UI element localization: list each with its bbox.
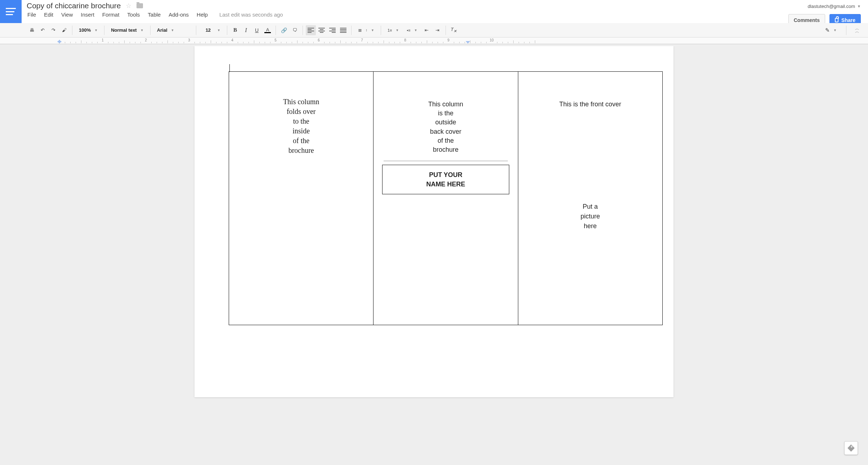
align-center-button[interactable] bbox=[317, 25, 327, 35]
last-edit-status[interactable]: Last edit was seconds ago bbox=[216, 12, 283, 18]
ruler-number: 4 bbox=[231, 38, 233, 43]
bulleted-list-dropdown[interactable]: •≡▼ bbox=[403, 25, 421, 35]
redo-icon: ↷ bbox=[52, 27, 55, 33]
text-color-icon: A bbox=[264, 27, 271, 33]
ruler-number: 3 bbox=[188, 38, 190, 43]
collapse-toolbar-button[interactable]: ︿︿ bbox=[852, 25, 862, 35]
separator bbox=[381, 26, 381, 35]
paint-roller-icon: 🖌 bbox=[62, 27, 67, 33]
separator bbox=[72, 26, 72, 35]
insert-comment-button[interactable]: 🗨 bbox=[290, 25, 300, 35]
brochure-column-2[interactable]: This columnis theoutsideback coverof the… bbox=[373, 72, 518, 325]
horizontal-ruler[interactable]: 12345678910 bbox=[0, 37, 868, 44]
comment-icon: 🗨 bbox=[292, 27, 297, 33]
explore-icon bbox=[847, 444, 855, 452]
zoom-dropdown[interactable]: 100% ▼ bbox=[75, 25, 101, 35]
italic-button[interactable]: I bbox=[241, 25, 251, 35]
indent-icon: ⇥ bbox=[435, 27, 439, 33]
insert-link-button[interactable]: 🔗 bbox=[279, 25, 289, 35]
document-scroll-area[interactable]: This columnfolds overto theinsideof theb… bbox=[0, 46, 868, 465]
link-icon: 🔗 bbox=[281, 27, 287, 33]
brochure-table[interactable]: This columnfolds overto theinsideof theb… bbox=[229, 71, 663, 325]
text-cursor bbox=[229, 64, 230, 72]
numbered-list-dropdown[interactable]: 1≡▼ bbox=[384, 25, 402, 35]
ruler-number: 2 bbox=[145, 38, 147, 43]
menu-tools[interactable]: Tools bbox=[127, 12, 140, 18]
share-label: Share bbox=[841, 17, 855, 23]
zoom-value: 100% bbox=[79, 27, 91, 33]
align-justify-icon bbox=[340, 28, 346, 33]
comments-label: Comments bbox=[794, 17, 820, 23]
paragraph-style-value: Normal text bbox=[111, 27, 137, 33]
menu-format[interactable]: Format bbox=[102, 12, 120, 18]
text-color-button[interactable]: A bbox=[263, 25, 273, 35]
app-header: Copy of chiccarine brochure ☆ File Edit … bbox=[0, 0, 868, 44]
column-2-divider bbox=[384, 161, 507, 161]
account-menu[interactable]: dlastutech@gmail.com ▼ bbox=[807, 3, 861, 9]
star-icon[interactable]: ☆ bbox=[126, 2, 131, 10]
ruler-number: 5 bbox=[274, 38, 277, 43]
separator bbox=[303, 26, 303, 35]
align-left-button[interactable] bbox=[306, 25, 316, 35]
font-size-dropdown[interactable]: 12 ▼ bbox=[199, 25, 224, 35]
align-justify-button[interactable] bbox=[338, 25, 348, 35]
menu-file[interactable]: File bbox=[27, 12, 36, 18]
document-title[interactable]: Copy of chiccarine brochure bbox=[27, 1, 121, 10]
align-right-button[interactable] bbox=[327, 25, 337, 35]
underline-button[interactable]: U bbox=[252, 25, 262, 35]
brochure-column-1[interactable]: This columnfolds overto theinsideof theb… bbox=[229, 72, 373, 325]
font-family-value: Arial bbox=[157, 27, 167, 33]
menu-view[interactable]: View bbox=[61, 12, 73, 18]
menu-insert[interactable]: Insert bbox=[81, 12, 94, 18]
line-spacing-icon: ≣ bbox=[358, 27, 362, 33]
column-3-picture-placeholder[interactable]: Put apicturehere bbox=[525, 108, 655, 231]
separator bbox=[446, 26, 446, 35]
page[interactable]: This columnfolds overto theinsideof theb… bbox=[194, 46, 674, 397]
bold-button[interactable]: B bbox=[230, 25, 240, 35]
align-right-icon bbox=[329, 28, 336, 33]
menu-help[interactable]: Help bbox=[197, 12, 208, 18]
caret-down-icon: ▼ bbox=[414, 28, 417, 32]
explore-button[interactable] bbox=[844, 441, 858, 455]
caret-down-icon: ▼ bbox=[140, 28, 144, 32]
font-size-value: 12 bbox=[203, 27, 214, 33]
separator bbox=[104, 26, 104, 35]
user-email-label: dlastutech@gmail.com bbox=[807, 4, 855, 9]
redo-button[interactable]: ↷ bbox=[48, 25, 58, 35]
outdent-icon: ⇤ bbox=[425, 27, 429, 33]
separator bbox=[351, 26, 352, 35]
font-family-dropdown[interactable]: Arial ▼ bbox=[153, 25, 193, 35]
chevron-up-icon: ︿︿ bbox=[855, 27, 859, 32]
column-2-text[interactable]: This columnis theoutsideback coverof the… bbox=[381, 97, 510, 154]
ruler-number: 9 bbox=[447, 38, 449, 43]
pencil-icon: ✎ bbox=[825, 27, 830, 34]
column-3-title[interactable]: This is the front cover bbox=[525, 97, 655, 108]
print-button[interactable]: 🖶 bbox=[27, 25, 37, 35]
menu-edit[interactable]: Edit bbox=[44, 12, 53, 18]
move-to-folder-icon[interactable] bbox=[137, 3, 143, 8]
line-spacing-dropdown[interactable]: ≣↕▼ bbox=[354, 25, 378, 35]
menu-table[interactable]: Table bbox=[148, 12, 161, 18]
increase-indent-button[interactable]: ⇥ bbox=[433, 25, 443, 35]
italic-icon: I bbox=[245, 27, 247, 34]
clear-format-icon: T✕ bbox=[451, 27, 457, 34]
name-box[interactable]: PUT YOURNAME HERE bbox=[382, 165, 509, 194]
paint-format-button[interactable]: 🖌 bbox=[59, 25, 69, 35]
column-1-text[interactable]: This columnfolds overto theinsideof theb… bbox=[236, 97, 366, 155]
ruler-number: 8 bbox=[404, 38, 406, 43]
bold-icon: B bbox=[233, 27, 237, 33]
menu-addons[interactable]: Add-ons bbox=[169, 12, 189, 18]
undo-button[interactable]: ↶ bbox=[37, 25, 48, 35]
caret-down-icon: ▼ bbox=[171, 28, 174, 32]
caret-down-icon: ▼ bbox=[833, 28, 837, 32]
caret-down-icon: ▼ bbox=[857, 4, 861, 8]
caret-down-icon: ▼ bbox=[395, 28, 399, 32]
docs-home-button[interactable] bbox=[0, 0, 22, 23]
menubar: File Edit View Insert Format Tools Table… bbox=[27, 10, 788, 20]
editing-mode-dropdown[interactable]: ✎ ▼ bbox=[822, 25, 840, 35]
clear-formatting-button[interactable]: T✕ bbox=[449, 25, 459, 35]
decrease-indent-button[interactable]: ⇤ bbox=[422, 25, 432, 35]
brochure-column-3[interactable]: This is the front cover Put apicturehere bbox=[518, 72, 662, 325]
paragraph-style-dropdown[interactable]: Normal text ▼ bbox=[107, 25, 147, 35]
undo-icon: ↶ bbox=[41, 27, 45, 33]
